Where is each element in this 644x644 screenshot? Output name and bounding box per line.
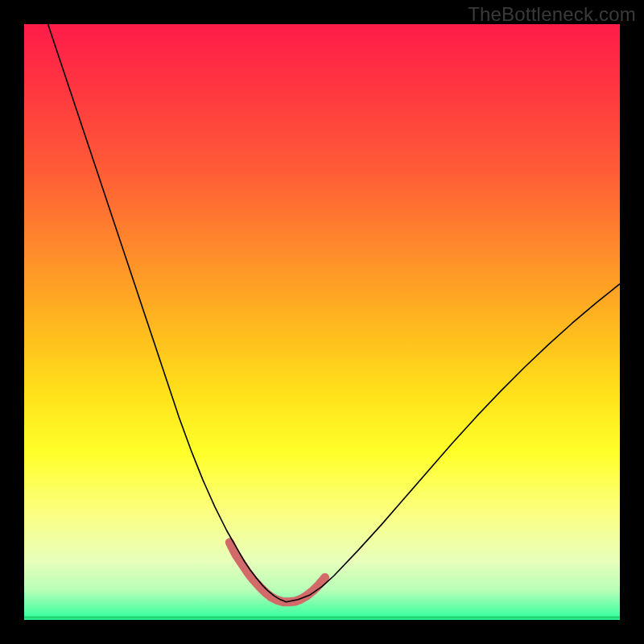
plot-area	[24, 24, 620, 620]
outer-frame: TheBottleneck.com	[0, 0, 644, 644]
chart-background	[24, 24, 620, 620]
chart-svg	[24, 24, 620, 620]
watermark-text: TheBottleneck.com	[468, 3, 636, 26]
